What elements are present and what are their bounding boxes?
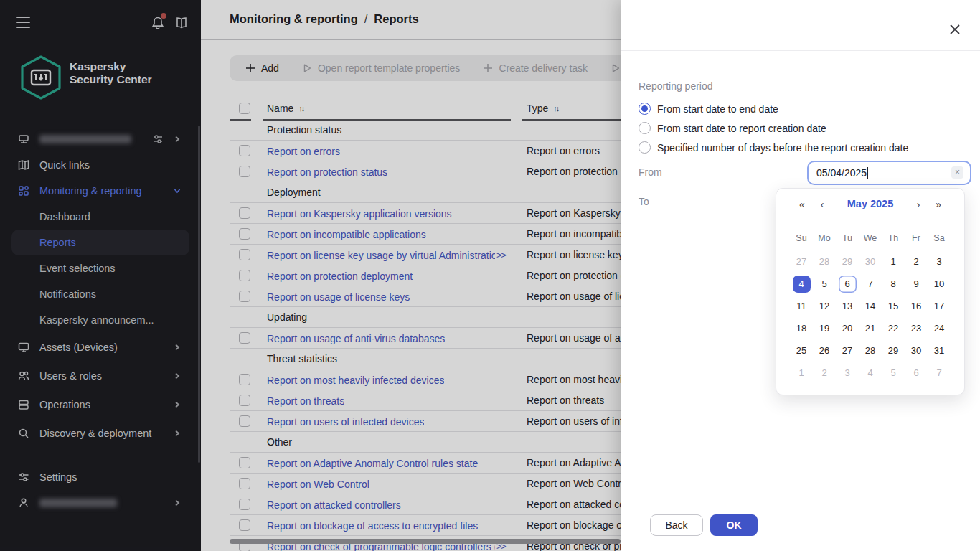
calendar-day-number: 1 <box>793 364 811 382</box>
calendar-day-number: 26 <box>816 342 834 359</box>
weekday-label: Sa <box>928 230 951 246</box>
calendar-day-number: 29 <box>885 342 903 359</box>
reporting-period-option[interactable]: From start date to report creation date <box>639 118 908 138</box>
calendar-day[interactable]: 4 <box>859 362 882 384</box>
calendar-day-number: 31 <box>930 342 948 359</box>
calendar-day[interactable]: 26 <box>813 339 836 362</box>
calendar-day[interactable]: 16 <box>905 295 928 317</box>
calendar-day[interactable]: 27 <box>836 339 859 362</box>
calendar-day[interactable]: 29 <box>882 339 905 362</box>
calendar-day[interactable]: 29 <box>836 250 859 273</box>
calendar-day[interactable]: 12 <box>813 295 836 317</box>
calendar-day[interactable]: 27 <box>790 250 813 273</box>
calendar-day[interactable]: 1 <box>790 362 813 384</box>
calendar-day[interactable]: 2 <box>905 250 928 273</box>
calendar-day-number: 3 <box>839 364 857 382</box>
next-year-icon[interactable]: » <box>931 197 946 212</box>
reporting-period-options: From start date to end dateFrom start da… <box>639 99 908 157</box>
reporting-period-option[interactable]: Specified number of days before the repo… <box>639 138 908 157</box>
calendar-day[interactable]: 7 <box>928 362 951 384</box>
ok-button[interactable]: OK <box>710 514 758 536</box>
calendar-day[interactable]: 5 <box>882 362 905 384</box>
calendar-day-number: 21 <box>862 320 880 337</box>
calendar-day[interactable]: 2 <box>813 362 836 384</box>
calendar-day-number: 5 <box>885 364 903 382</box>
clear-date-icon[interactable]: × <box>951 166 963 179</box>
calendar-day[interactable]: 25 <box>790 339 813 362</box>
calendar-day-number: 8 <box>885 276 903 293</box>
calendar-day-number: 28 <box>816 253 834 270</box>
back-button[interactable]: Back <box>650 514 703 536</box>
calendar-day[interactable]: 22 <box>882 317 905 339</box>
report-settings-drawer: Reporting period From start date to end … <box>621 0 980 551</box>
calendar-day-number: 1 <box>885 253 903 270</box>
calendar-day[interactable]: 10 <box>928 273 951 295</box>
calendar-day-number: 17 <box>930 298 948 315</box>
radio-option-label: From start date to report creation date <box>657 123 826 134</box>
weekday-label: We <box>859 230 882 246</box>
calendar-day[interactable]: 31 <box>928 339 951 362</box>
calendar-day-number: 25 <box>793 342 811 359</box>
calendar-day[interactable]: 1 <box>882 250 905 273</box>
calendar-day[interactable]: 21 <box>859 317 882 339</box>
calendar-day-number: 28 <box>862 342 880 359</box>
calendar-day-number: 14 <box>862 298 880 315</box>
calendar-day[interactable]: 15 <box>882 295 905 317</box>
calendar-day[interactable]: 28 <box>813 250 836 273</box>
calendar-day-number: 22 <box>885 320 903 337</box>
close-icon[interactable] <box>947 22 963 37</box>
calendar-day[interactable]: 3 <box>836 362 859 384</box>
radio-unselected-icon[interactable] <box>639 141 651 154</box>
text-caret <box>867 167 868 179</box>
reporting-period-label: Reporting period <box>639 80 713 92</box>
calendar-day-number: 6 <box>908 364 925 382</box>
calendar-day-number: 2 <box>908 253 925 270</box>
reporting-period-option[interactable]: From start date to end date <box>639 99 908 118</box>
calendar-day[interactable]: 14 <box>859 295 882 317</box>
calendar-day-number: 5 <box>816 276 834 293</box>
radio-unselected-icon[interactable] <box>639 122 651 134</box>
calendar-day[interactable]: 18 <box>790 317 813 339</box>
calendar-day-number: 16 <box>908 298 925 315</box>
calendar-day[interactable]: 24 <box>928 317 951 339</box>
calendar-day-number: 7 <box>862 276 880 293</box>
calendar-day[interactable]: 6 <box>905 362 928 384</box>
calendar-day[interactable]: 19 <box>813 317 836 339</box>
calendar-day-number: 30 <box>908 342 925 359</box>
weekday-label: Th <box>882 230 905 246</box>
to-label: To <box>639 196 649 207</box>
calendar-day[interactable]: 8 <box>882 273 905 295</box>
calendar-day[interactable]: 7 <box>859 273 882 295</box>
calendar-day-number: 13 <box>839 298 857 315</box>
calendar-day-number: 18 <box>793 320 811 337</box>
calendar-day[interactable]: 5 <box>813 273 836 295</box>
calendar-header: « ‹ May 2025 › » <box>776 195 964 214</box>
calendar-day[interactable]: 30 <box>905 339 928 362</box>
calendar-day-number: 30 <box>862 253 880 270</box>
radio-option-label: From start date to end date <box>657 103 778 115</box>
calendar-day-today[interactable]: 6 <box>836 273 859 295</box>
calendar-day[interactable]: 20 <box>836 317 859 339</box>
calendar-day-number: 7 <box>930 364 948 382</box>
calendar-day-number: 19 <box>816 320 834 337</box>
calendar-day[interactable]: 9 <box>905 273 928 295</box>
calendar-day[interactable]: 23 <box>905 317 928 339</box>
calendar-day[interactable]: 11 <box>790 295 813 317</box>
calendar-day[interactable]: 3 <box>928 250 951 273</box>
radio-option-label: Specified number of days before the repo… <box>657 142 908 154</box>
calendar-day[interactable]: 30 <box>859 250 882 273</box>
calendar-day-number: 2 <box>816 364 834 382</box>
calendar-day[interactable]: 13 <box>836 295 859 317</box>
radio-selected-icon[interactable] <box>639 103 651 115</box>
calendar-day-grid: 2728293012345678910111213141516171819202… <box>790 250 951 384</box>
calendar-day-selected[interactable]: 4 <box>790 273 813 295</box>
calendar-weekday-row: SuMoTuWeThFrSa <box>790 230 951 246</box>
weekday-label: Mo <box>813 230 836 246</box>
calendar-day-number: 27 <box>839 342 857 359</box>
calendar-day-number: 3 <box>930 253 948 270</box>
next-month-icon[interactable]: › <box>911 197 925 212</box>
from-date-input[interactable]: 05/04/2025 × <box>807 161 971 185</box>
calendar-day[interactable]: 17 <box>928 295 951 317</box>
calendar-day-number: 27 <box>793 253 811 270</box>
calendar-day[interactable]: 28 <box>859 339 882 362</box>
